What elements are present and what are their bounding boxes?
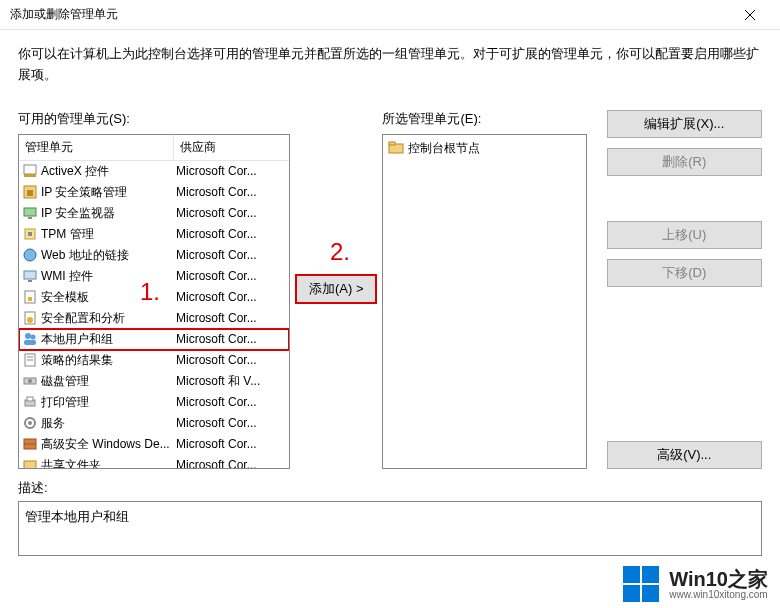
svg-rect-11 (24, 271, 36, 279)
snapin-vendor: Microsoft Cor... (176, 416, 286, 430)
ipsec-icon (22, 184, 38, 200)
users-icon (22, 331, 38, 347)
print-icon (22, 394, 38, 410)
sectpl-icon (22, 289, 38, 305)
snapin-row[interactable]: IP 安全监视器Microsoft Cor... (19, 203, 289, 224)
list-header: 管理单元 供应商 (19, 135, 289, 161)
snapin-vendor: Microsoft Cor... (176, 332, 286, 346)
windows-logo-icon (623, 566, 659, 602)
svg-rect-3 (24, 174, 36, 177)
snapin-vendor: Microsoft Cor... (176, 311, 286, 325)
tree-root-row[interactable]: 控制台根节点 (386, 138, 582, 159)
intro-text: 你可以在计算机上为此控制台选择可用的管理单元并配置所选的一组管理单元。对于可扩展… (0, 30, 780, 100)
snapin-vendor: Microsoft Cor... (176, 164, 286, 178)
title-bar: 添加或删除管理单元 (0, 0, 780, 30)
add-button[interactable]: 添加(A) > (296, 275, 376, 303)
snapin-name: 高级安全 Windows De... (41, 436, 176, 453)
svg-point-18 (31, 335, 36, 340)
svg-rect-9 (28, 232, 32, 236)
ipsec-mon-icon (22, 205, 38, 221)
move-down-button[interactable]: 下移(D) (607, 259, 762, 287)
snapin-row[interactable]: ActiveX 控件Microsoft Cor... (19, 161, 289, 182)
svg-rect-26 (27, 397, 33, 401)
snapin-row[interactable]: 高级安全 Windows De...Microsoft Cor... (19, 434, 289, 455)
snapin-row[interactable]: TPM 管理Microsoft Cor... (19, 224, 289, 245)
svg-rect-5 (27, 190, 33, 196)
svg-rect-14 (28, 297, 32, 301)
firewall-icon (22, 436, 38, 452)
folder-icon (388, 140, 404, 156)
snapin-row[interactable]: 共享文件夹Microsoft Cor... (19, 455, 289, 469)
description-text: 管理本地用户和组 (25, 509, 129, 524)
snapin-vendor: Microsoft Cor... (176, 206, 286, 220)
snapin-name: 打印管理 (41, 394, 176, 411)
watermark: Win10之家 www.win10xitong.com (623, 566, 768, 602)
wmi-icon (22, 268, 38, 284)
snapin-row[interactable]: 打印管理Microsoft Cor... (19, 392, 289, 413)
col-vendor[interactable]: 供应商 (174, 135, 289, 160)
close-button[interactable] (730, 0, 770, 30)
snapin-row[interactable]: 磁盘管理Microsoft 和 V... (19, 371, 289, 392)
description-box: 管理本地用户和组 (18, 501, 762, 556)
snapin-name: 策略的结果集 (41, 352, 176, 369)
snapin-vendor: Microsoft Cor... (176, 353, 286, 367)
svg-rect-7 (28, 217, 32, 219)
snapin-row[interactable]: IP 安全策略管理Microsoft Cor... (19, 182, 289, 203)
snapin-name: Web 地址的链接 (41, 247, 176, 264)
snapin-name: 本地用户和组 (41, 331, 176, 348)
available-snapins-list[interactable]: 管理单元 供应商 ActiveX 控件Microsoft Cor...IP 安全… (18, 134, 290, 469)
available-label: 可用的管理单元(S): (18, 110, 290, 128)
selected-snapins-tree[interactable]: 控制台根节点 (382, 134, 586, 469)
snapin-row[interactable]: Web 地址的链接Microsoft Cor... (19, 245, 289, 266)
snapin-vendor: Microsoft Cor... (176, 458, 286, 469)
activex-icon (22, 163, 38, 179)
svg-point-24 (28, 379, 32, 383)
svg-rect-2 (24, 165, 36, 174)
window-title: 添加或删除管理单元 (10, 6, 730, 23)
snapin-vendor: Microsoft Cor... (176, 185, 286, 199)
snapin-vendor: Microsoft Cor... (176, 227, 286, 241)
advanced-button[interactable]: 高级(V)... (607, 441, 762, 469)
snapin-row[interactable]: 服务Microsoft Cor... (19, 413, 289, 434)
svg-point-10 (24, 249, 36, 261)
snapin-name: IP 安全监视器 (41, 205, 176, 222)
snapin-row[interactable]: WMI 控件Microsoft Cor... (19, 266, 289, 287)
tpm-icon (22, 226, 38, 242)
svg-rect-12 (28, 280, 32, 282)
services-icon (22, 415, 38, 431)
snapin-name: 磁盘管理 (41, 373, 176, 390)
snapin-vendor: Microsoft Cor... (176, 395, 286, 409)
snapin-row[interactable]: 本地用户和组Microsoft Cor... (19, 329, 289, 350)
snapin-row[interactable]: 安全配置和分析Microsoft Cor... (19, 308, 289, 329)
rsop-icon (22, 352, 38, 368)
svg-rect-33 (389, 142, 395, 145)
snapin-vendor: Microsoft Cor... (176, 269, 286, 283)
snapin-vendor: Microsoft Cor... (176, 248, 286, 262)
col-snapin[interactable]: 管理单元 (19, 135, 174, 160)
svg-rect-6 (24, 208, 36, 216)
snapin-name: 安全配置和分析 (41, 310, 176, 327)
selected-label: 所选管理单元(E): (382, 110, 586, 128)
tree-root-label: 控制台根节点 (408, 140, 480, 157)
snapin-name: WMI 控件 (41, 268, 176, 285)
snapin-name: TPM 管理 (41, 226, 176, 243)
seccfg-icon (22, 310, 38, 326)
snapin-name: ActiveX 控件 (41, 163, 176, 180)
snapin-row[interactable]: 安全模板Microsoft Cor... (19, 287, 289, 308)
snapin-name: 安全模板 (41, 289, 176, 306)
snapin-vendor: Microsoft 和 V... (176, 373, 286, 390)
remove-button[interactable]: 删除(R) (607, 148, 762, 176)
watermark-url: www.win10xitong.com (669, 589, 768, 600)
snapin-vendor: Microsoft Cor... (176, 290, 286, 304)
share-icon (22, 457, 38, 469)
edit-extensions-button[interactable]: 编辑扩展(X)... (607, 110, 762, 138)
watermark-title: Win10之家 (669, 569, 768, 589)
description-label: 描述: (18, 479, 762, 497)
snapin-row[interactable]: 策略的结果集Microsoft Cor... (19, 350, 289, 371)
svg-rect-19 (24, 340, 36, 345)
svg-point-17 (25, 333, 31, 339)
svg-point-28 (28, 421, 32, 425)
move-up-button[interactable]: 上移(U) (607, 221, 762, 249)
snapin-name: 服务 (41, 415, 176, 432)
snapin-vendor: Microsoft Cor... (176, 437, 286, 451)
